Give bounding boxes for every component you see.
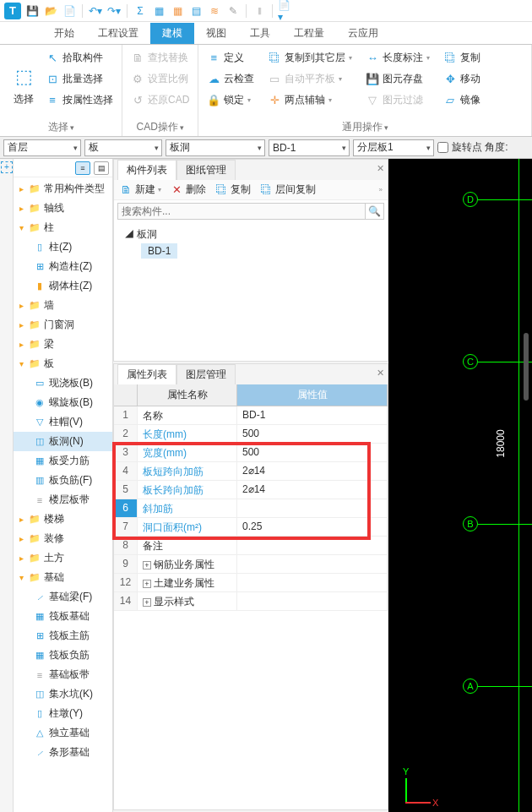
save-icon[interactable]: 💾 — [24, 3, 40, 19]
page-icon[interactable]: 📄▾ — [278, 3, 293, 19]
cloud-check[interactable]: ☁云检查 — [204, 69, 258, 89]
tab-view[interactable]: 视图 — [194, 23, 238, 44]
open-icon[interactable]: 📂 — [43, 3, 58, 19]
redo-icon[interactable]: ↷▾ — [106, 3, 122, 19]
category-select[interactable]: 板 — [84, 139, 162, 156]
batch-select[interactable]: ⊡批量选择 — [42, 69, 117, 89]
stack-icon[interactable]: ≋ — [207, 3, 222, 19]
table2-icon[interactable]: ▦ — [170, 3, 185, 19]
add-icon[interactable]: + — [1, 161, 13, 173]
undo-icon[interactable]: ↶▾ — [88, 3, 103, 19]
sigma-icon[interactable]: Σ — [133, 3, 148, 19]
property-row[interactable]: 5板长跨向加筋2⌀14 — [114, 481, 388, 499]
property-row[interactable]: 7洞口面积(m²)0.25 — [114, 518, 388, 537]
tree-group[interactable]: ▸📁常用构件类型 — [14, 179, 112, 199]
floor-select[interactable]: 首层 — [3, 139, 81, 156]
card-view-icon[interactable]: ▤ — [94, 161, 109, 175]
property-row[interactable]: 2长度(mm)500 — [114, 425, 388, 444]
tab-cloud[interactable]: 云应用 — [336, 23, 390, 44]
close-icon[interactable]: ✕ — [377, 163, 384, 174]
two-point-axis[interactable]: ✛两点辅轴 ▾ — [264, 90, 356, 110]
tree-item[interactable]: △独立基础 — [14, 723, 112, 743]
tree-group[interactable]: ▸📁轴线 — [14, 199, 112, 218]
copy-icon[interactable]: 📄 — [62, 3, 77, 19]
pick-component[interactable]: ↖拾取构件 — [42, 48, 117, 68]
tab-tools[interactable]: 工具 — [238, 23, 282, 44]
property-row[interactable]: 1名称BD-1 — [114, 406, 388, 425]
type-select[interactable]: 板洞 — [166, 139, 265, 156]
copy-to-layer[interactable]: ⿻复制到其它层 ▾ — [264, 48, 356, 68]
tree-item[interactable]: ▦筏板基础 — [14, 607, 112, 626]
element-save[interactable]: 💾图元存盘 — [362, 69, 433, 89]
grid-icon[interactable]: ▤ — [188, 3, 204, 19]
tab-quantity[interactable]: 工程量 — [282, 23, 336, 44]
tab-start[interactable]: 开始 — [42, 23, 86, 44]
tree-item[interactable]: ▦板受力筋 — [14, 451, 112, 471]
tree-group[interactable]: ▾📁基础 — [14, 568, 112, 587]
delete-button[interactable]: ✕删除 — [170, 183, 206, 197]
list-root[interactable]: ◢ 板洞 — [121, 226, 381, 243]
search-input[interactable] — [117, 203, 366, 220]
mirror-button[interactable]: ▱镜像 — [440, 90, 484, 110]
tab-layer-mgmt[interactable]: 图层管理 — [176, 364, 236, 384]
list-item[interactable]: BD-1 — [141, 243, 177, 259]
move-button[interactable]: ✥移动 — [440, 69, 484, 89]
tree-item[interactable]: ▮砌体柱(Z) — [14, 276, 112, 296]
property-row[interactable]: 9+钢筋业务属性 — [114, 555, 388, 574]
tree-group[interactable]: ▸📁梁 — [14, 335, 112, 354]
tab-project[interactable]: 工程设置 — [86, 23, 150, 44]
length-dim[interactable]: ↔长度标注 ▾ — [362, 48, 433, 68]
tree-item[interactable]: ◫板洞(N) — [14, 432, 112, 451]
property-row[interactable]: 12+土建业务属性 — [114, 574, 388, 592]
tab-component-list[interactable]: 构件列表 — [117, 160, 176, 180]
define-button[interactable]: ≡定义 — [204, 48, 258, 68]
tree-item[interactable]: ◉螺旋板(B) — [14, 393, 112, 412]
tree-group[interactable]: ▸📁楼梯 — [14, 510, 112, 529]
close-icon[interactable]: ✕ — [377, 368, 384, 379]
tree-item[interactable]: ≡基础板带 — [14, 665, 112, 684]
lock-button[interactable]: 🔒锁定 ▾ — [204, 90, 258, 110]
property-row[interactable]: 4板短跨向加筋2⌀14 — [114, 462, 388, 481]
floor-copy-button[interactable]: ⿻层间复制 — [259, 183, 316, 197]
copy-button2[interactable]: ⿻复制 — [214, 183, 251, 197]
tab-drawing-mgmt[interactable]: 图纸管理 — [176, 160, 236, 180]
scrollbar[interactable] — [524, 333, 529, 401]
table-icon[interactable]: ▦ — [151, 3, 166, 19]
tree-group[interactable]: ▸📁墙 — [14, 296, 112, 315]
chevron-right-icon[interactable]: » — [379, 186, 383, 193]
select-by-property[interactable]: ≡按属性选择 — [42, 90, 117, 110]
tree-item[interactable]: ⟋基础梁(F) — [14, 587, 112, 607]
tab-properties[interactable]: 属性列表 — [117, 364, 176, 384]
tree-item[interactable]: ▦筏板负筋 — [14, 646, 112, 665]
tree-group[interactable]: ▾📁板 — [14, 354, 112, 373]
tree-group[interactable]: ▾📁柱 — [14, 218, 112, 237]
tree-item[interactable]: ▯柱(Z) — [14, 237, 112, 257]
list-view-icon[interactable]: ≡ — [75, 161, 90, 175]
component-select[interactable]: BD-1 — [269, 139, 350, 156]
tree-group[interactable]: ▸📁门窗洞 — [14, 315, 112, 335]
search-icon[interactable]: 🔍 — [366, 203, 384, 220]
tab-model[interactable]: 建模 — [150, 23, 194, 44]
property-row[interactable]: 8备注 — [114, 537, 388, 555]
tree-item[interactable]: ◫集水坑(K) — [14, 684, 112, 704]
edit-icon[interactable]: ✎ — [225, 3, 241, 19]
new-button[interactable]: 🗎新建▾ — [119, 183, 161, 197]
property-row[interactable]: 6斜加筋 — [114, 499, 388, 518]
tree-item[interactable]: ⟋条形基础 — [14, 743, 112, 762]
copy-button[interactable]: ⿻复制 — [440, 48, 484, 68]
property-row[interactable]: 14+显示样式 — [114, 592, 388, 611]
tree-group[interactable]: ▸📁装修 — [14, 529, 112, 548]
tree-item[interactable]: ⊞构造柱(Z) — [14, 257, 112, 276]
drawing-viewport[interactable]: D C B A 18000 Y X — [388, 159, 532, 812]
tree-item[interactable]: ≡楼层板带 — [14, 490, 112, 510]
tree-item[interactable]: ▽柱帽(V) — [14, 412, 112, 432]
rotate-checkbox[interactable] — [437, 142, 448, 153]
property-row[interactable]: 3宽度(mm)500 — [114, 444, 388, 462]
bars-icon[interactable]: ⦀ — [252, 3, 267, 19]
layer-select[interactable]: 分层板1 — [353, 139, 434, 156]
tree-item[interactable]: ▯柱墩(Y) — [14, 704, 112, 723]
select-button[interactable]: ⬚ 选择 — [5, 48, 42, 123]
tree-item[interactable]: ▭现浇板(B) — [14, 373, 112, 393]
tree-item[interactable]: ⊞筏板主筋 — [14, 626, 112, 646]
tree-item[interactable]: ▥板负筋(F) — [14, 471, 112, 490]
